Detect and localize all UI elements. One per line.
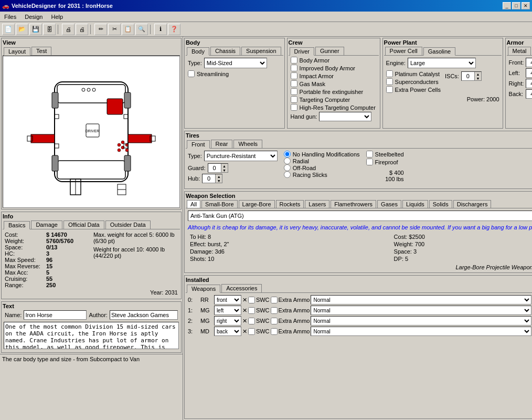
minimize-button[interactable]: _ (503, 2, 511, 9)
tab-layout[interactable]: Layout (4, 47, 30, 56)
tab-installed-accessories[interactable]: Accessories (221, 284, 262, 292)
inst-ammo-type-3[interactable]: NormalHot Shot (311, 327, 531, 336)
cb-platinum[interactable] (386, 70, 393, 77)
hub-input[interactable] (203, 174, 215, 183)
tab-basics[interactable]: Basics (4, 221, 30, 229)
toolbar-edit2[interactable]: ✂ (108, 24, 121, 35)
inst-ammo-type-1[interactable]: NormalHot Shot (311, 306, 531, 315)
tab-weapon-gases[interactable]: Gases (377, 200, 401, 208)
toolbar-info2[interactable]: ❓ (168, 24, 180, 35)
inst-swc-3[interactable] (248, 328, 255, 335)
inst-pos-2[interactable]: frontleftrightback (214, 316, 241, 326)
toolbar-edit3[interactable]: 📋 (122, 24, 134, 35)
iscs-input[interactable] (462, 71, 474, 81)
tab-body-chassis[interactable]: Chassis (210, 47, 240, 55)
tab-power-cell[interactable]: Power Cell (385, 47, 422, 55)
guard-up[interactable]: ▲ (221, 164, 228, 168)
hub-down[interactable]: ▼ (216, 178, 222, 183)
cb-gas-mask[interactable] (291, 80, 297, 87)
toolbar-open[interactable]: 📂 (16, 24, 28, 35)
armor-right-input[interactable] (526, 79, 532, 88)
inst-swc-1[interactable] (248, 307, 255, 314)
cb-targeting[interactable] (291, 96, 297, 103)
tab-damage[interactable]: Damage (31, 220, 62, 229)
radio-racing-slicks[interactable] (284, 171, 291, 178)
tab-body-body[interactable]: Body (187, 47, 209, 56)
menu-help[interactable]: Help (49, 13, 65, 20)
tab-body-suspension[interactable]: Suspension (241, 47, 281, 55)
iscs-up[interactable]: ▲ (475, 72, 481, 76)
cb-fireproof[interactable] (366, 159, 373, 165)
radio-radial[interactable] (284, 158, 291, 164)
tab-armor-metal[interactable]: Metal (508, 47, 531, 55)
armor-back-input[interactable] (526, 89, 532, 99)
tab-weapon-dischargers[interactable]: Dischargers (453, 200, 492, 208)
menu-design[interactable]: Design (23, 13, 45, 20)
tab-tires-wheels[interactable]: Wheels (233, 140, 262, 148)
radio-offroad[interactable] (284, 164, 291, 171)
streamlining-checkbox[interactable] (188, 70, 195, 77)
cb-body-armor[interactable] (291, 57, 297, 64)
tab-weapon-large-bore[interactable]: Large-Bore (239, 200, 275, 208)
tab-outsider-data[interactable]: Outsider Data (105, 220, 151, 229)
armor-front-input[interactable] (526, 58, 532, 67)
tab-power-gasoline[interactable]: Gasoline (423, 47, 455, 56)
cb-extra-power[interactable] (386, 86, 393, 93)
toolbar-print[interactable]: 🖨 (62, 24, 75, 35)
toolbar-info1[interactable]: ℹ (154, 24, 167, 35)
maximize-button[interactable]: □ (512, 2, 520, 9)
tires-type-select[interactable]: Puncture-Resistant Standard Off-Road Ste… (204, 151, 278, 161)
tab-tires-rear[interactable]: Rear (211, 140, 233, 148)
inst-ammo-type-2[interactable]: NormalHot Shot (311, 316, 531, 326)
handgun-select[interactable] (319, 112, 371, 121)
close-button[interactable]: ✕ (522, 2, 530, 9)
inst-swc-2[interactable] (248, 318, 255, 324)
cb-impact-armor[interactable] (291, 72, 297, 79)
tab-crew-gunner[interactable]: Gunner (315, 47, 344, 55)
cb-hires-targeting[interactable] (291, 104, 297, 111)
toolbar-edit4[interactable]: 🔍 (135, 24, 148, 35)
author-input[interactable] (110, 310, 178, 320)
toolbar-save-as[interactable]: 🗄 (43, 24, 56, 35)
description-textarea[interactable]: One of the most common Division 15 mid-s… (4, 322, 179, 349)
tab-installed-weapons[interactable]: Weapons (187, 285, 220, 293)
inst-extra-ammo-2[interactable] (271, 318, 278, 324)
body-type-select[interactable]: Mid-Sized Sub-Compact Compact Full-Sized… (204, 58, 267, 68)
inst-extra-ammo-0[interactable] (271, 297, 278, 303)
tab-weapon-small-bore[interactable]: Small-Bore (201, 200, 237, 208)
toolbar-print2[interactable]: 🖨 (76, 24, 88, 35)
tab-weapon-liquids[interactable]: Liquids (402, 200, 428, 208)
cb-steelbelted[interactable] (366, 151, 373, 158)
tab-weapon-solids[interactable]: Solids (429, 200, 452, 208)
toolbar-save[interactable]: 💾 (29, 24, 42, 35)
inst-extra-ammo-1[interactable] (271, 307, 278, 314)
engine-select[interactable]: Large Small Medium Super (408, 58, 476, 68)
weapon-select[interactable]: Anti-Tank Gun (ATG) (188, 211, 532, 221)
armor-left-input[interactable] (526, 68, 532, 78)
tab-tires-front[interactable]: Front (187, 140, 210, 149)
inst-ammo-type-0[interactable]: NormalHot ShotIncendiary (311, 295, 531, 304)
tab-test[interactable]: Test (31, 47, 51, 55)
iscs-down[interactable]: ▼ (475, 76, 481, 80)
tab-weapon-flamethrowers[interactable]: Flamethrowers (331, 200, 376, 208)
toolbar-new[interactable]: 📄 (2, 24, 15, 35)
toolbar-edit1[interactable]: ✏ (94, 24, 107, 35)
inst-extra-ammo-3[interactable] (271, 328, 278, 335)
guard-down[interactable]: ▼ (221, 168, 228, 172)
tab-weapon-all[interactable]: All (187, 200, 200, 208)
guard-input[interactable] (208, 163, 221, 173)
name-input[interactable] (24, 310, 87, 320)
tab-weapon-rockets[interactable]: Rockets (276, 200, 304, 208)
tab-weapon-lasers[interactable]: Lasers (305, 200, 329, 208)
inst-pos-3[interactable]: frontleftrightback (214, 327, 241, 336)
menu-files[interactable]: Files (2, 13, 18, 20)
cb-supercon[interactable] (386, 78, 393, 85)
tab-crew-driver[interactable]: Driver (290, 47, 314, 56)
inst-swc-0[interactable] (248, 297, 255, 303)
inst-pos-0[interactable]: frontleftrightback (214, 295, 241, 304)
tab-official-data[interactable]: Official Data (63, 220, 104, 229)
inst-pos-1[interactable]: frontleftrightback (214, 306, 241, 315)
hub-up[interactable]: ▲ (216, 174, 222, 178)
radio-no-handling[interactable] (284, 151, 291, 158)
cb-improved-body-armor[interactable] (291, 65, 297, 71)
